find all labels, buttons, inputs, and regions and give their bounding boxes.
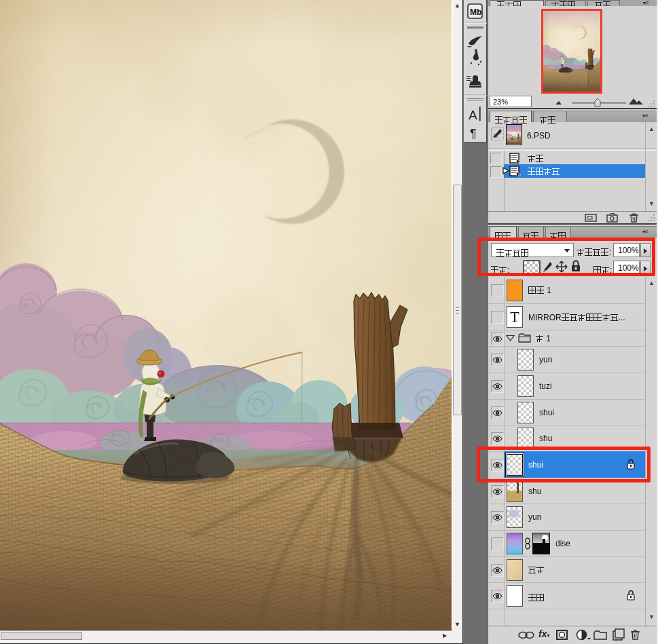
- svg-text:¶: ¶: [470, 127, 477, 140]
- svg-text:Mb: Mb: [470, 7, 481, 17]
- svg-text:A: A: [469, 108, 477, 122]
